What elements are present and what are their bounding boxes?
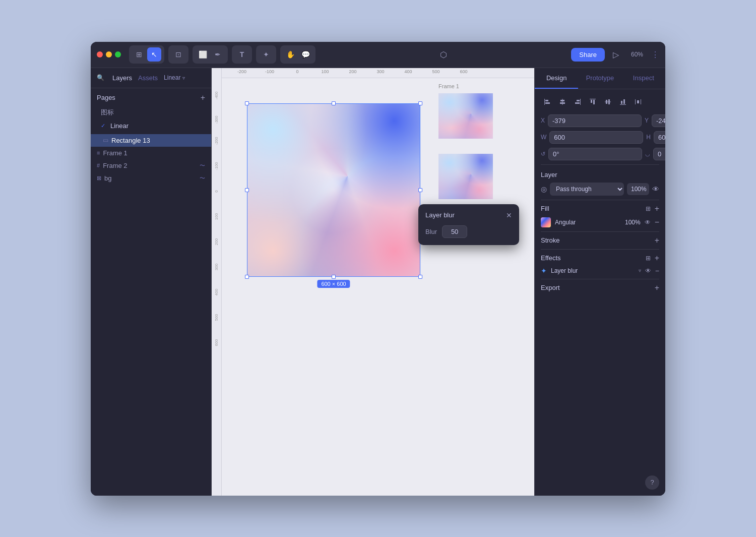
- effects-grid-icon[interactable]: ⊞: [646, 255, 651, 262]
- align-left-button[interactable]: [541, 95, 554, 108]
- layer-section-header: Layer: [541, 171, 659, 178]
- align-right-button[interactable]: [571, 95, 584, 108]
- fill-swatch[interactable]: [541, 217, 551, 227]
- remove-effect-button[interactable]: −: [655, 267, 659, 275]
- layer-rectangle13[interactable]: ▭ Rectangle 13: [91, 134, 211, 147]
- plugins-icon[interactable]: ⬡: [436, 47, 451, 62]
- add-stroke-button[interactable]: +: [655, 236, 659, 245]
- svg-rect-9: [590, 99, 596, 99]
- zoom-control[interactable]: 60%: [627, 49, 647, 60]
- component-tool-group: ✦: [256, 45, 276, 64]
- layer-frame2[interactable]: # Frame 2 〜: [91, 159, 211, 172]
- main-layout: 🔍 Layers Assets Linear ▿ Pages + 图标 Line…: [91, 68, 665, 496]
- layer-bg[interactable]: ⊠ bg 〜: [91, 172, 211, 185]
- canvas-content[interactable]: 600 × 600 Frame 1 Layer: [222, 78, 534, 496]
- effect-name-label[interactable]: Layer blur: [551, 267, 635, 274]
- effect-type-icon: ✦: [541, 267, 547, 275]
- svg-rect-13: [606, 100, 607, 104]
- handle-bl[interactable]: [245, 275, 249, 279]
- add-fill-button[interactable]: +: [655, 204, 659, 213]
- layer-blend-row: ◎ Pass through Normal Multiply Screen Ov…: [541, 183, 659, 196]
- frame-tool[interactable]: ⊡: [171, 47, 185, 62]
- h-label: H: [646, 134, 651, 141]
- add-export-button[interactable]: +: [655, 283, 659, 292]
- layers-tab[interactable]: Layers: [112, 72, 132, 84]
- inspect-tab[interactable]: Inspect: [622, 68, 665, 89]
- handle-tl[interactable]: [245, 101, 249, 105]
- ruler-vertical: -400 -300 -200 -100 0 100 200 300 400 50…: [212, 68, 222, 496]
- panel-tabs: Design Prototype Inspect: [535, 68, 665, 89]
- fill-visibility-button[interactable]: 👁: [645, 219, 651, 226]
- more-options-icon[interactable]: ⋮: [651, 50, 659, 59]
- page-item-icons[interactable]: 图标: [91, 105, 211, 120]
- align-top-button[interactable]: [586, 95, 599, 108]
- align-center-h-button[interactable]: [556, 95, 569, 108]
- svg-rect-7: [577, 100, 580, 101]
- text-tool[interactable]: T: [235, 47, 249, 62]
- h-input[interactable]: [654, 131, 665, 144]
- remove-fill-button[interactable]: −: [655, 218, 659, 227]
- preview-frame2[interactable]: [438, 154, 493, 199]
- pages-label: Pages: [97, 94, 115, 101]
- blend-mode-select[interactable]: Pass through Normal Multiply Screen Over…: [550, 183, 624, 196]
- svg-rect-16: [621, 101, 622, 104]
- canvas-area[interactable]: -200 -100 0 100 200 300 400 500 600 -400…: [212, 68, 534, 496]
- handle-ml[interactable]: [245, 188, 249, 192]
- blur-close-button[interactable]: ✕: [506, 211, 512, 219]
- comment-tool[interactable]: 💬: [298, 47, 312, 62]
- divider-5: [541, 279, 659, 279]
- play-button[interactable]: ▷: [609, 47, 623, 62]
- share-button[interactable]: Share: [571, 48, 605, 62]
- handle-br[interactable]: [418, 275, 422, 279]
- distribute-h-button[interactable]: [632, 95, 645, 108]
- effect-visibility-button[interactable]: 👁: [645, 267, 651, 274]
- help-button[interactable]: ?: [645, 475, 659, 490]
- rotation-row: ↺ ◡ ⊡: [541, 148, 659, 160]
- corner-radius-input[interactable]: [653, 148, 665, 160]
- layer-frame1[interactable]: ≡ Frame 1: [91, 147, 211, 159]
- handle-tm[interactable]: [332, 101, 336, 105]
- design-tab[interactable]: Design: [535, 68, 578, 89]
- handle-mr[interactable]: [418, 188, 422, 192]
- y-input[interactable]: [652, 114, 665, 127]
- sidebar-tabs: 🔍 Layers Assets Linear ▿: [91, 68, 211, 88]
- fill-opacity[interactable]: 100%: [625, 219, 641, 226]
- blur-value-input[interactable]: [442, 225, 467, 238]
- align-bottom-button[interactable]: [616, 95, 629, 108]
- prototype-tab[interactable]: Prototype: [578, 68, 621, 89]
- w-input[interactable]: [549, 131, 643, 144]
- add-effect-button[interactable]: +: [655, 254, 659, 263]
- select-tool[interactable]: ↖: [147, 47, 161, 62]
- handle-bm[interactable]: [332, 275, 336, 279]
- shape-tool[interactable]: ⬜: [196, 47, 210, 62]
- component-tool[interactable]: ✦: [259, 47, 273, 62]
- menu-tool[interactable]: ⊞: [132, 47, 146, 62]
- panel-footer: ?: [535, 475, 665, 496]
- minimize-button[interactable]: [106, 51, 112, 57]
- maximize-button[interactable]: [115, 51, 121, 57]
- svg-rect-18: [635, 99, 636, 104]
- breadcrumb: Linear ▿: [164, 74, 185, 81]
- stroke-section-header: Stroke +: [541, 236, 659, 245]
- svg-rect-14: [608, 99, 610, 104]
- close-button[interactable]: [97, 51, 103, 57]
- fill-grid-icon[interactable]: ⊞: [646, 205, 651, 212]
- export-section-header: Export +: [541, 283, 659, 292]
- handle-tr[interactable]: [418, 101, 422, 105]
- pen-tool[interactable]: ✒: [211, 47, 225, 62]
- alignment-row: [541, 95, 659, 108]
- assets-tab[interactable]: Assets: [138, 72, 158, 84]
- y-label: Y: [645, 117, 649, 124]
- hand-tool[interactable]: ✋: [283, 47, 297, 62]
- x-input[interactable]: [548, 114, 642, 127]
- add-page-button[interactable]: +: [201, 93, 205, 102]
- align-middle-button[interactable]: [601, 95, 614, 108]
- preview-frame1[interactable]: [438, 93, 493, 139]
- rectangle-icon: ▭: [103, 137, 108, 144]
- page-item-linear[interactable]: Linear: [91, 120, 211, 132]
- fill-type-label[interactable]: Angular: [555, 219, 621, 226]
- svg-rect-6: [580, 99, 581, 105]
- gradient-rect-wrapper[interactable]: 600 × 600: [247, 103, 420, 277]
- rotation-input[interactable]: [548, 148, 642, 160]
- layer-visibility-button[interactable]: 👁: [652, 185, 659, 193]
